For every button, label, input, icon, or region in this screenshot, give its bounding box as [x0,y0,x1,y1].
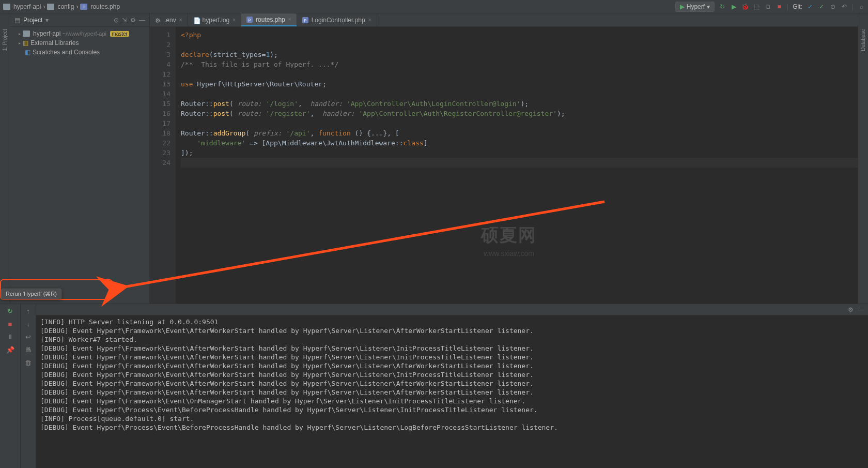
git-commit-icon[interactable]: ✓ [818,3,825,10]
editor-area: ⚙ .env × 📄 hyperf.log × p routes.php × p… [150,13,868,304]
search-icon[interactable]: ⌕ [858,3,865,10]
tab-label: .env [164,17,176,24]
tab-label: routes.php [256,16,285,23]
profiler-icon[interactable]: ⧉ [764,3,771,10]
tree-label: External Libraries [30,39,79,47]
env-icon: ⚙ [155,17,161,23]
gear-icon[interactable]: ⚙ [848,306,854,313]
tree-label: Scratches and Consoles [33,49,100,56]
rerun-tooltip: Rerun 'Hyperf' (⌘R) [1,289,61,299]
debug-icon[interactable]: 🐞 [741,3,749,10]
left-tool-rail: 1: Project [0,13,10,304]
console-output[interactable]: [INFO] HTTP Server listening at 0.0.0.0:… [36,315,868,468]
scratch-icon: ◧ [25,49,30,56]
close-icon[interactable]: × [288,17,291,22]
hide-icon[interactable]: — [139,17,145,24]
run-config-name: Hyperf [687,3,705,10]
separator: | [852,3,854,10]
tab-logincontroller[interactable]: p LoginController.php × [297,13,377,26]
tab-routes[interactable]: p routes.php × [241,13,297,26]
chevron-right-icon[interactable]: ▸ [19,32,21,36]
tree-row-scratches[interactable]: ◧ Scratches and Consoles [10,48,149,57]
folder-icon [47,4,54,10]
chevron-right-icon: › [76,3,78,10]
clear-button[interactable]: 🗑 [25,359,32,367]
folder-icon [3,4,10,10]
log-icon: 📄 [193,17,199,23]
tab-label: hyperf.log [203,17,230,24]
print-button[interactable]: 🖶 [25,346,32,354]
pause-output-button[interactable]: ⏸ [7,333,13,341]
gear-icon[interactable]: ⚙ [130,17,136,24]
sidebar-header: ▤ Project ▾ ⊙ ⇲ ⚙ — [10,13,149,27]
close-icon[interactable]: × [368,17,371,23]
rerun-button[interactable]: ↻ [7,307,13,315]
library-icon: ▥ [23,39,28,47]
git-revert-icon[interactable]: ↶ [841,3,848,10]
run-icon[interactable]: ▶ [730,3,737,10]
editor-tabs: ⚙ .env × 📄 hyperf.log × p routes.php × p… [150,13,868,27]
tree-row-libraries[interactable]: ▸ ▥ External Libraries [10,38,149,48]
close-icon[interactable]: × [179,17,182,23]
console-body: ⚙ — [INFO] HTTP Server listening at 0.0.… [36,304,868,468]
php-icon: p [80,4,87,10]
breadcrumb-root[interactable]: hyperf-api [13,3,41,10]
tree-label: hyperf-api ~/www/hyperf-api master [33,30,129,37]
php-icon: p [246,17,253,23]
scroll-up-button[interactable]: ↑ [26,307,30,315]
rerun-icon[interactable]: ↻ [719,3,726,10]
stop-button[interactable]: ■ [8,320,12,328]
separator: | [787,3,788,10]
tab-label: LoginController.php [312,17,365,24]
soft-wrap-button[interactable]: ↩ [25,333,31,341]
close-icon[interactable]: × [233,17,236,23]
scroll-down-button[interactable]: ↓ [26,320,30,328]
run-config-selector[interactable]: ▶ Hyperf ▾ [675,2,715,12]
code-content[interactable]: <?phpdeclare(strict_types=1);/** This fi… [176,27,861,304]
project-tool-button[interactable]: 1: Project [2,29,8,51]
project-sidebar: ▤ Project ▾ ⊙ ⇲ ⚙ — ▸ hyperf-api ~/www/h… [10,13,150,304]
console-left-toolbar2: ↑ ↓ ↩ 🖶 🗑 [21,304,36,468]
breadcrumb-folder[interactable]: config [57,3,74,10]
php-icon: p [302,17,308,23]
console-header: ⚙ — [36,304,868,315]
run-console: ↻ ■ ⏸ 📌 ↑ ↓ ↩ 🖶 🗑 ⚙ — [INFO] HTTP Server… [0,304,868,468]
project-tree[interactable]: ▸ hyperf-api ~/www/hyperf-api master ▸ ▥… [10,27,149,59]
sidebar-title: Project [23,17,42,24]
hide-icon[interactable]: — [858,306,864,313]
chevron-down-icon: ▾ [707,3,710,10]
locate-icon[interactable]: ⊙ [114,17,119,24]
code-editor[interactable]: 123412131415161718222324 <?phpdeclare(st… [150,27,868,304]
top-toolbar: hyperf-api › config › p routes.php ▶ Hyp… [0,0,868,13]
folder-icon [23,31,30,37]
breadcrumb[interactable]: hyperf-api › config › p routes.php [3,3,120,10]
collapse-icon[interactable]: ⇲ [122,17,127,24]
database-tool-button[interactable]: Database [860,29,866,51]
git-label: Git: [793,3,802,10]
breadcrumb-file[interactable]: routes.php [90,3,120,10]
tree-row-root[interactable]: ▸ hyperf-api ~/www/hyperf-api master [10,29,149,38]
git-history-icon[interactable]: ⊙ [829,3,836,10]
git-update-icon[interactable]: ✓ [807,3,814,10]
coverage-icon[interactable]: ⬚ [753,3,760,10]
stop-icon[interactable]: ■ [776,3,783,10]
console-left-toolbar: ↻ ■ ⏸ 📌 [0,304,21,468]
chevron-right-icon: › [43,3,45,10]
pin-tab-button[interactable]: 📌 [6,346,14,354]
chevron-right-icon[interactable]: ▸ [19,41,21,46]
project-icon: ▤ [14,17,20,24]
line-gutter: 123412131415161718222324 [150,27,176,304]
play-icon: ▶ [680,3,685,10]
tab-log[interactable]: 📄 hyperf.log × [188,13,242,26]
tab-env[interactable]: ⚙ .env × [150,13,188,26]
chevron-down-icon[interactable]: ▾ [45,17,49,24]
toolbar-actions: ▶ Hyperf ▾ ↻ ▶ 🐞 ⬚ ⧉ ■ | Git: ✓ ✓ ⊙ ↶ | … [675,2,865,12]
